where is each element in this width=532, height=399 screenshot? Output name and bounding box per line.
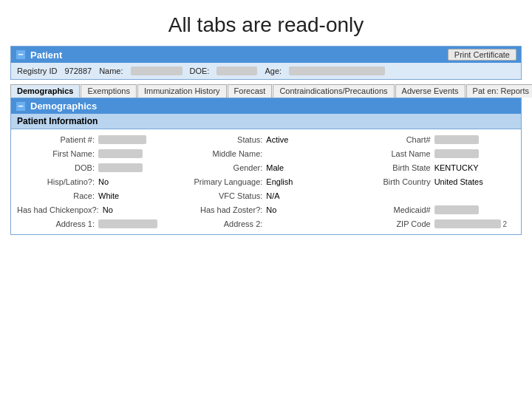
name-label: Name:: [99, 66, 123, 75]
birth-state-field: Birth State KENTUCKY: [350, 162, 518, 174]
registry-id-value: 972887: [64, 66, 92, 75]
dob-field-label: DOB:: [17, 163, 98, 172]
zip-suffix: 2: [501, 220, 507, 228]
tab-contraindications[interactable]: Contraindications/Precautions: [273, 84, 394, 98]
registry-id-label: Registry ID: [17, 66, 57, 75]
first-name-value: [98, 149, 143, 158]
birth-state-value: KENTUCKY: [434, 163, 479, 172]
race-field: Race: White: [14, 190, 182, 202]
chickenpox-field: Has had Chickenpox?: No: [14, 204, 182, 216]
patient-header: − Patient Print Certificate: [11, 47, 521, 63]
main-container: − Patient Print Certificate Registry ID …: [10, 46, 522, 235]
race-value: White: [98, 191, 119, 200]
tabs-row: Demographics Exemptions Immunization His…: [10, 84, 522, 98]
age-value: [289, 66, 385, 75]
tab-exemptions[interactable]: Exemptions: [81, 84, 136, 98]
demographics-collapse-icon[interactable]: −: [16, 101, 26, 112]
birth-country-value: United States: [434, 177, 483, 186]
hisp-label: Hisp/Latino?:: [17, 177, 98, 186]
demographics-title: Demographics: [30, 100, 97, 112]
birth-country-field: Birth Country United States: [350, 176, 518, 188]
dob-field-value: [98, 163, 143, 172]
tab-demographics[interactable]: Demographics: [10, 84, 80, 98]
tab-immunization-history[interactable]: Immunization History: [137, 84, 227, 98]
primary-lang-label: Primary Language:: [185, 177, 266, 186]
medicaid-label: Medicaid#: [353, 205, 434, 214]
primary-lang-field: Primary Language: English: [182, 176, 349, 188]
primary-lang-value: English: [266, 177, 293, 186]
hisp-field: Hisp/Latino?: No: [14, 176, 182, 188]
patient-info-row: Registry ID 972887 Name: DOE: Age:: [11, 63, 521, 79]
status-value: Active: [266, 135, 288, 144]
address1-field: Address 1:: [14, 218, 182, 230]
last-name-value: [434, 149, 479, 158]
medicaid-field: Medicaid#: [350, 204, 518, 216]
medicaid-value: [434, 205, 479, 214]
dob-field: DOB:: [14, 162, 182, 174]
gender-field: Gender: Male: [182, 162, 349, 174]
hisp-value: No: [98, 177, 109, 186]
tab-patient-reports[interactable]: Pat en: Reports: [466, 84, 532, 98]
patient-header-left: − Patient: [16, 50, 62, 61]
first-name-label: First Name:: [17, 149, 98, 158]
page-title: All tabs are read-only: [0, 0, 532, 46]
birth-country-label: Birth Country: [353, 177, 434, 186]
chart-value: [434, 135, 479, 144]
vfc-label: VFC Status:: [185, 191, 266, 200]
vfc-value: N/A: [266, 191, 279, 200]
demographics-header: − Demographics: [11, 98, 521, 114]
middle-name-label: Middle Name:: [185, 149, 266, 158]
chickenpox-value: No: [103, 205, 113, 214]
gender-value: Male: [266, 163, 284, 172]
chart-field: Chart#: [350, 134, 518, 146]
tab-forecast[interactable]: Forecast: [228, 84, 273, 98]
address1-value: [98, 219, 157, 228]
chickenpox-label: Has had Chickenpox?:: [17, 205, 103, 214]
birth-state-label: Birth State: [353, 163, 434, 172]
patient-num-value: [98, 135, 146, 144]
dob-value: [216, 66, 257, 75]
zoster-value: No: [266, 205, 276, 214]
status-label: Status:: [185, 135, 266, 144]
print-certificate-button[interactable]: Print Certificate: [448, 49, 516, 61]
last-name-label: Last Name: [353, 149, 434, 158]
patient-num-label: Patient #:: [17, 135, 98, 144]
zoster-label: Has had Zoster?:: [185, 205, 266, 214]
patient-box: − Patient Print Certificate Registry ID …: [10, 46, 522, 80]
age-label: Age:: [265, 66, 282, 75]
patient-num-field: Patient #:: [14, 134, 182, 146]
name-value: [131, 66, 183, 75]
status-field: Status: Active: [182, 134, 349, 146]
address2-label: Address 2:: [185, 219, 266, 228]
address2-field: Address 2:: [182, 218, 349, 230]
zoster-field: Has had Zoster?: No: [182, 204, 349, 216]
chart-label: Chart#: [353, 135, 434, 144]
middle-name-field: Middle Name:: [182, 148, 349, 160]
first-name-field: First Name:: [14, 148, 182, 160]
zip-value: [434, 219, 501, 228]
last-name-field: Last Name: [350, 148, 518, 160]
patient-info-section-header: Patient Information: [11, 114, 521, 129]
gender-label: Gender:: [185, 163, 266, 172]
zip-label: ZIP Code: [353, 219, 434, 228]
zip-field: ZIP Code 2: [350, 218, 518, 230]
race-label: Race:: [17, 191, 98, 200]
address1-label: Address 1:: [17, 219, 98, 228]
patient-section-title: Patient: [30, 50, 62, 61]
vfc-field: VFC Status: N/A: [182, 190, 349, 202]
empty-field-5: [350, 190, 518, 202]
tab-adverse-events[interactable]: Adverse Events: [395, 84, 466, 98]
demographics-fields: Patient #: Status: Active Chart# First N…: [11, 129, 521, 234]
collapse-icon[interactable]: −: [16, 50, 26, 60]
demographics-section: − Demographics Patient Information Patie…: [10, 98, 522, 235]
dob-label: DOE:: [190, 66, 210, 75]
